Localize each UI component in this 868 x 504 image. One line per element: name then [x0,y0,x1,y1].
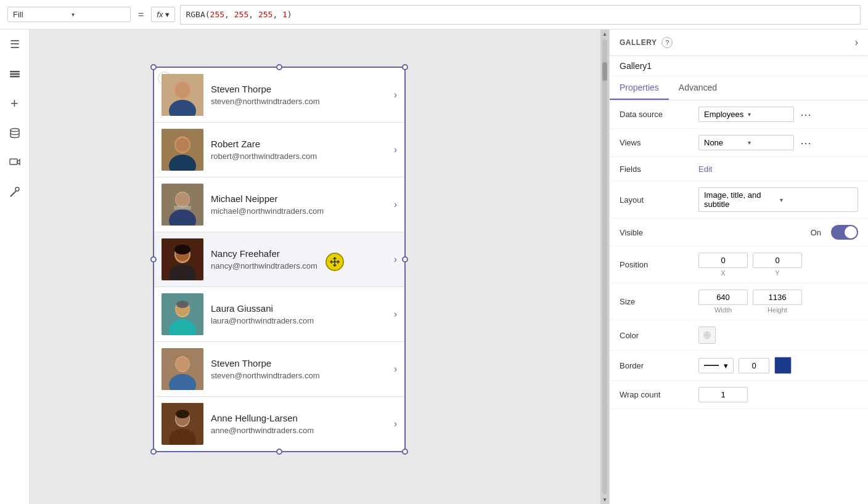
gallery-item-chevron-icon: › [394,364,397,375]
gallery-item-name: Anne Hellung-Larsen [211,413,387,423]
gallery-item-email: anne@northwindtraders.com [211,426,387,435]
prop-size-value: Width Height [698,290,858,314]
border-style-dropdown[interactable]: ▾ [698,358,734,373]
gallery-item-text: Robert Zare robert@northwindtraders.com [211,139,387,161]
panel-tabs: Properties Advanced [610,76,868,100]
gallery-item[interactable]: Anne Hellung-Larsen anne@northwindtrader… [154,397,404,451]
canvas-scrollbar[interactable]: ▲ ▼ [600,30,609,504]
database-icon[interactable] [5,123,25,143]
gallery-item-name: Steven Thorpe [211,84,387,94]
gallery-item-selected[interactable]: Nancy Freehafer nancy@northwindtraders.c… [154,232,404,287]
svg-point-37 [176,410,189,418]
fx-label: fx [157,10,163,19]
scroll-up-arrow[interactable]: ▲ [600,30,609,38]
scroll-down-arrow[interactable]: ▼ [600,495,609,504]
prop-border: Border ▾ [610,351,868,381]
prop-visible: Visible On [610,219,868,246]
avatar-michael-neipper [162,184,203,226]
avatar-anne-hellung-larsen [162,403,203,445]
gallery-item-chevron-icon: › [394,309,397,320]
gallery-item-chevron-icon: › [394,89,397,100]
gallery-scroll[interactable]: Steven Thorpe steven@northwindtraders.co… [154,68,404,451]
position-y-input[interactable] [753,253,802,268]
prop-visible-label: Visible [620,228,694,237]
prop-color-label: Color [620,331,694,340]
media-icon[interactable] [5,153,25,173]
border-style-chevron-icon: ▾ [724,361,728,370]
prop-color-value[interactable] [698,327,858,344]
prop-position: Position X Y [610,246,868,283]
prop-border-value[interactable]: ▾ [698,357,858,374]
left-sidebar: ☰ + [0,30,30,504]
svg-point-28 [176,301,189,308]
border-width-input[interactable] [739,358,769,373]
panel-expand-button[interactable]: › [855,37,858,48]
data-source-chevron-icon: ▾ [748,111,789,118]
tab-advanced[interactable]: Advanced [669,76,727,100]
prop-fields-label: Fields [620,165,694,174]
gallery-widget[interactable]: 🔒 Steven Thorpe steven@northwindtraders.… [153,67,406,452]
views-dropdown[interactable]: None ▾ [698,135,794,150]
color-swatch-button[interactable] [698,327,716,344]
visible-toggle[interactable] [831,225,858,240]
svg-rect-4 [10,159,17,165]
gallery-item-email: laura@northwindtraders.com [211,316,387,325]
layers-icon[interactable] [5,64,25,84]
gallery-item[interactable]: Laura Giussani laura@northwindtraders.co… [154,287,404,342]
canvas-area[interactable]: 🔒 Steven Thorpe steven@northwindtraders.… [30,30,609,504]
views-more-button[interactable]: ⋯ [800,136,811,150]
scrollbar-track[interactable] [602,39,607,494]
layout-dropdown[interactable]: Image, title, and subtitle ▾ [698,187,858,212]
prop-views: Views None ▾ ⋯ [610,129,868,157]
prop-layout-value[interactable]: Image, title, and subtitle ▾ [698,187,858,212]
prop-data-source-value[interactable]: Employees ▾ ⋯ [698,107,858,122]
avatar-steven-thorpe [162,74,203,116]
avatar-laura-giussani [162,293,203,335]
svg-point-23 [174,245,190,254]
prop-wrap-count-label: Wrap count [620,390,694,399]
gallery-item-text: Nancy Freehafer nancy@northwindtraders.c… [211,248,387,270]
prop-views-label: Views [620,138,694,147]
gallery-item-email: steven@northwindtraders.com [211,97,387,106]
prop-layout-label: Layout [620,195,694,205]
gallery-item[interactable]: Steven Thorpe steven@northwindtraders.co… [154,342,404,397]
tools-icon[interactable] [5,182,25,202]
gallery-item[interactable]: Robert Zare robert@northwindtraders.com … [154,123,404,177]
svg-point-32 [176,357,189,371]
fields-edit-link[interactable]: Edit [698,165,712,174]
scrollbar-thumb[interactable] [602,62,607,81]
prop-wrap-count-value[interactable] [698,387,858,402]
size-height-input[interactable] [753,290,802,305]
svg-rect-0 [10,71,20,73]
border-color-swatch[interactable] [774,357,792,374]
prop-y-label: Y [775,269,779,277]
fx-button[interactable]: fx ▾ [151,7,175,22]
size-width-input[interactable] [698,290,748,305]
prop-data-source-label: Data source [620,110,694,119]
hamburger-icon[interactable]: ☰ [5,35,25,54]
data-source-dropdown[interactable]: Employees ▾ [698,107,794,122]
wrap-count-input[interactable] [698,387,748,402]
data-source-more-button[interactable]: ⋯ [800,108,811,121]
gallery-item-email: robert@northwindtraders.com [211,152,387,161]
border-controls: ▾ [698,357,858,374]
views-chevron-icon: ▾ [748,139,789,146]
prop-border-label: Border [620,361,694,370]
panel-section-title: GALLERY [620,38,657,47]
prop-visible-value[interactable]: On [698,225,858,240]
add-icon[interactable]: + [5,94,25,113]
avatar-nancy-freehafer [162,238,203,280]
svg-rect-2 [10,76,20,78]
prop-fields-value[interactable]: Edit [698,163,858,174]
svg-rect-18 [174,206,191,209]
formula-bar[interactable]: RGBA(255, 255, 255, 1) [180,5,861,25]
fill-dropdown[interactable]: Fill ▾ [7,7,131,22]
position-x-input[interactable] [698,253,748,268]
prop-views-value[interactable]: None ▾ ⋯ [698,135,858,150]
gallery-item[interactable]: Steven Thorpe steven@northwindtraders.co… [154,68,404,123]
prop-layout: Layout Image, title, and subtitle ▾ [610,181,868,219]
panel-help-button[interactable]: ? [661,37,673,48]
gallery-item[interactable]: Michael Neipper michael@northwindtraders… [154,177,404,232]
tab-properties[interactable]: Properties [610,76,669,100]
prop-height-label: Height [768,306,787,314]
